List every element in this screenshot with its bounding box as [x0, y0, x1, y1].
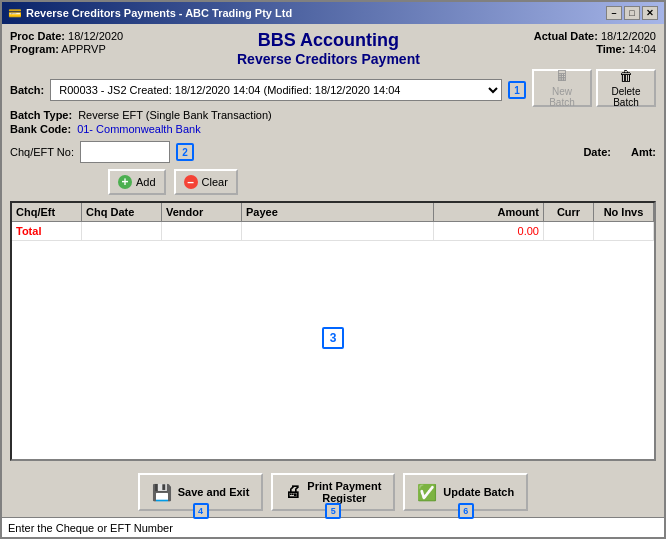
title-bar: 💳 Reverse Creditors Payments - ABC Tradi… — [2, 2, 664, 24]
add-icon: + — [118, 175, 132, 189]
header-center: BBS Accounting Reverse Creditors Payment — [123, 30, 534, 67]
date-amt-area: Date: Amt: — [583, 146, 656, 158]
proc-date-value: 18/12/2020 — [68, 30, 123, 42]
circle-5: 5 — [325, 503, 341, 519]
close-button[interactable]: ✕ — [642, 6, 658, 20]
proc-date-row: Proc Date: 18/12/2020 — [10, 30, 123, 42]
app-title: BBS Accounting — [123, 30, 534, 51]
program-row: Program: APPRVP — [10, 43, 123, 55]
total-curr — [544, 222, 594, 240]
title-bar-left: 💳 Reverse Creditors Payments - ABC Tradi… — [8, 7, 292, 20]
save-exit-label: Save and Exit — [178, 486, 250, 498]
col-vendor: Vendor — [162, 203, 242, 221]
add-label: Add — [136, 176, 156, 188]
col-curr: Curr — [544, 203, 594, 221]
action-row: + Add – Clear — [10, 169, 656, 195]
program-value: APPRVP — [61, 43, 105, 55]
chq-input[interactable] — [80, 141, 170, 163]
total-label: Total — [12, 222, 82, 240]
data-table: Chq/Eft Chq Date Vendor Payee Amount Cur… — [10, 201, 656, 461]
print-wrapper: 🖨 Print PaymentRegister 5 — [271, 473, 395, 511]
bank-code-row: Bank Code: 01- Commonwealth Bank — [10, 123, 656, 135]
minimize-button[interactable]: – — [606, 6, 622, 20]
new-batch-label: NewBatch — [549, 86, 575, 108]
header-left: Proc Date: 18/12/2020 Program: APPRVP — [10, 30, 123, 55]
update-icon: ✅ — [417, 483, 437, 502]
main-window: 💳 Reverse Creditors Payments - ABC Tradi… — [0, 0, 666, 539]
main-content: Proc Date: 18/12/2020 Program: APPRVP BB… — [2, 24, 664, 467]
batch-type-value: Reverse EFT (Single Bank Transaction) — [78, 109, 272, 121]
bottom-buttons: 💾 Save and Exit 4 🖨 Print PaymentRegiste… — [2, 467, 664, 517]
total-amount: 0.00 — [434, 222, 544, 240]
table-body: Total 0.00 3 — [12, 222, 654, 454]
window-icon: 💳 — [8, 7, 22, 20]
actual-date-row: Actual Date: 18/12/2020 — [534, 30, 656, 42]
batch-row: Batch: R00033 - JS2 Created: 18/12/2020 … — [10, 73, 656, 107]
title-bar-controls: – □ ✕ — [606, 6, 658, 20]
print-icon: 🖨 — [285, 483, 301, 501]
bank-code-value: 01- Commonwealth Bank — [77, 123, 201, 135]
delete-batch-button[interactable]: 🗑 DeleteBatch — [596, 69, 656, 107]
total-blank2 — [162, 222, 242, 240]
circle-2: 2 — [176, 143, 194, 161]
batch-select[interactable]: R00033 - JS2 Created: 18/12/2020 14:04 (… — [50, 79, 502, 101]
header-right: Actual Date: 18/12/2020 Time: 14:04 — [534, 30, 656, 55]
new-batch-button[interactable]: 🖩 NewBatch — [532, 69, 592, 107]
status-text: Enter the Cheque or EFT Number — [8, 522, 173, 534]
col-amount: Amount — [434, 203, 544, 221]
chq-label: Chq/EFT No: — [10, 146, 74, 158]
update-batch-label: Update Batch — [443, 486, 514, 498]
col-chqdate: Chq Date — [82, 203, 162, 221]
actual-date-label: Actual Date: — [534, 30, 598, 42]
time-label: Time: — [596, 43, 625, 55]
time-row: Time: 14:04 — [596, 43, 656, 55]
total-noinvs — [594, 222, 654, 240]
print-payment-label: Print PaymentRegister — [307, 480, 381, 504]
bank-code-label: Bank Code: — [10, 123, 71, 135]
window-title: Reverse Creditors Payments - ABC Trading… — [26, 7, 292, 19]
clear-button[interactable]: – Clear — [174, 169, 238, 195]
top-right-buttons: 🖩 NewBatch 🗑 DeleteBatch — [532, 69, 656, 107]
page-title: Reverse Creditors Payment — [123, 51, 534, 67]
chq-eft-row: Chq/EFT No: 2 Date: Amt: — [10, 141, 656, 163]
circle-6: 6 — [458, 503, 474, 519]
delete-batch-label: DeleteBatch — [612, 86, 641, 108]
batch-type-label: Batch Type: — [10, 109, 72, 121]
col-payee: Payee — [242, 203, 434, 221]
table-header: Chq/Eft Chq Date Vendor Payee Amount Cur… — [12, 203, 654, 222]
time-value: 14:04 — [628, 43, 656, 55]
total-row: Total 0.00 — [12, 222, 654, 241]
date-label: Date: — [583, 146, 611, 158]
clear-label: Clear — [202, 176, 228, 188]
update-wrapper: ✅ Update Batch 6 — [403, 473, 528, 511]
batch-type-row: Batch Type: Reverse EFT (Single Bank Tra… — [10, 109, 656, 121]
amt-label: Amt: — [631, 146, 656, 158]
header-row: Proc Date: 18/12/2020 Program: APPRVP BB… — [10, 30, 656, 67]
circle-1: 1 — [508, 81, 526, 99]
batch-label: Batch: — [10, 84, 44, 96]
circle-3: 3 — [322, 327, 344, 349]
proc-date-label: Proc Date: — [10, 30, 65, 42]
save-exit-wrapper: 💾 Save and Exit 4 — [138, 473, 264, 511]
program-label: Program: — [10, 43, 59, 55]
col-noinvs: No Invs — [594, 203, 654, 221]
actual-date-value: 18/12/2020 — [601, 30, 656, 42]
add-button[interactable]: + Add — [108, 169, 166, 195]
restore-button[interactable]: □ — [624, 6, 640, 20]
save-exit-icon: 💾 — [152, 483, 172, 502]
total-blank3 — [242, 222, 434, 240]
circle-4: 4 — [193, 503, 209, 519]
col-chqeft: Chq/Eft — [12, 203, 82, 221]
clear-icon: – — [184, 175, 198, 189]
status-bar: Enter the Cheque or EFT Number — [2, 517, 664, 537]
total-blank1 — [82, 222, 162, 240]
